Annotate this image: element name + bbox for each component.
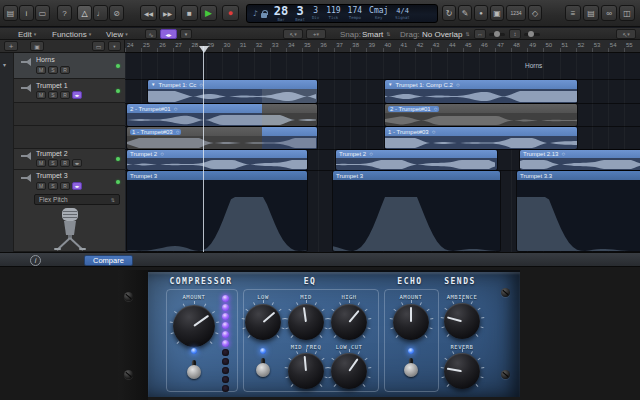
sends-ambience-knob[interactable] bbox=[444, 303, 480, 339]
eq-mid-knob[interactable] bbox=[288, 304, 324, 340]
take-indicator-icon[interactable]: ○ bbox=[432, 129, 436, 135]
take-folder-region[interactable]: ▼ Trumpet 1: Comp C.2 ○ bbox=[385, 80, 577, 103]
mute-button[interactable]: M bbox=[36, 159, 46, 167]
eq-high-knob[interactable] bbox=[331, 304, 367, 340]
drag-popup[interactable]: No Overlap⇅ bbox=[422, 29, 470, 39]
audio-region[interactable]: Trumpet 3.3 bbox=[517, 171, 640, 251]
stack-disclosure-arrow[interactable]: ▾ bbox=[3, 61, 6, 68]
record-enable-button[interactable]: R bbox=[60, 182, 70, 190]
inspector-icon[interactable]: i bbox=[19, 5, 34, 21]
pointer-tool-menu[interactable]: ↖▾ bbox=[283, 29, 303, 39]
eq-mid-freq-knob[interactable] bbox=[288, 353, 324, 389]
track-header-horns[interactable]: Horns M S R bbox=[14, 53, 125, 79]
count-in-off-icon[interactable]: ⊘ bbox=[109, 5, 124, 21]
sends-reverb-knob[interactable] bbox=[444, 353, 480, 389]
audio-region[interactable]: Trumpet 2 ○ bbox=[336, 150, 497, 170]
take-indicator-icon[interactable]: ○ bbox=[456, 82, 460, 88]
take-lane-header-1[interactable] bbox=[14, 103, 125, 126]
take-region[interactable]: 1 - Trumpet#03 ○ bbox=[385, 127, 577, 149]
solo-button[interactable]: S bbox=[48, 159, 58, 167]
playhead-handle[interactable] bbox=[199, 46, 209, 53]
rewind-button[interactable]: ◀◀ bbox=[140, 5, 157, 21]
take-region[interactable]: 2 - Trumpet#01 ○ bbox=[385, 104, 577, 126]
flex-button[interactable]: ◂▸ bbox=[72, 182, 82, 190]
tuner-icon[interactable]: ♩ bbox=[93, 5, 108, 21]
lcd-display[interactable]: ♪ 28Bar 3Beat 3Div 119Tick 174Tempo Cmaj… bbox=[246, 4, 438, 23]
add-track-button[interactable]: + bbox=[4, 41, 18, 51]
track-header-trumpet1[interactable]: Trumpet 1 M S R ◂▸ bbox=[14, 79, 125, 103]
solo-icon[interactable]: ▣ bbox=[490, 5, 504, 21]
duplicate-track-button[interactable]: ▣ bbox=[30, 41, 44, 51]
echo-switch[interactable] bbox=[403, 357, 419, 379]
note-pads-icon[interactable]: ▤ bbox=[583, 5, 599, 21]
command-tool-menu[interactable]: +▾ bbox=[306, 29, 326, 39]
take-indicator-icon[interactable]: ○ bbox=[174, 106, 178, 112]
flex-icon[interactable]: ◂▸ bbox=[160, 29, 177, 39]
vzoom-icon[interactable]: ↕ bbox=[509, 29, 521, 39]
echo-amount-knob[interactable] bbox=[393, 304, 429, 340]
left-click-tool[interactable]: ↖▾ bbox=[616, 29, 636, 39]
library-icon[interactable]: ▤ bbox=[3, 5, 18, 21]
zoom-preset-1-button[interactable]: ▭ bbox=[92, 41, 105, 51]
metronome-icon[interactable]: △ bbox=[77, 5, 92, 21]
audio-region[interactable]: Trumpet 3 bbox=[127, 171, 307, 251]
eq-low-knob[interactable] bbox=[245, 304, 281, 340]
solo-button[interactable]: S bbox=[48, 66, 58, 74]
record-enable-button[interactable]: R bbox=[60, 66, 70, 74]
folder-disclosure-icon[interactable]: ▼ bbox=[388, 82, 392, 87]
eq-switch[interactable] bbox=[255, 357, 271, 379]
compressor-amount-knob[interactable] bbox=[173, 305, 215, 347]
record-enable-button[interactable]: R bbox=[60, 91, 70, 99]
track-header-trumpet2[interactable]: Trumpet 2 M S R ◂▸ bbox=[14, 149, 125, 170]
menu-view[interactable]: View▾ bbox=[106, 29, 128, 39]
play-button[interactable]: ▶ bbox=[200, 5, 217, 21]
flex-button[interactable]: ◂▸ bbox=[72, 159, 82, 167]
track-header-trumpet3[interactable]: Trumpet 3 M S R ◂▸ Flex Pitch ⇅ bbox=[14, 170, 125, 252]
audio-region[interactable]: Trumpet 2.13 ○ bbox=[520, 150, 640, 170]
replace-icon[interactable]: ● bbox=[474, 5, 488, 21]
take-indicator-icon[interactable]: ○ bbox=[434, 106, 438, 112]
list-editors-icon[interactable]: ≡ bbox=[565, 5, 581, 21]
take-indicator-icon[interactable]: ○ bbox=[160, 151, 164, 157]
count-in-button[interactable]: 1234 bbox=[506, 5, 526, 21]
flex-mode-dropdown[interactable]: Flex Pitch ⇅ bbox=[34, 194, 120, 205]
quick-help-icon[interactable]: ? bbox=[57, 5, 72, 21]
take-indicator-icon[interactable]: ○ bbox=[176, 129, 180, 135]
mute-button[interactable]: M bbox=[36, 91, 46, 99]
take-lane-header-2[interactable] bbox=[14, 126, 125, 149]
automation-icon[interactable]: ∿ bbox=[145, 29, 157, 39]
flex-button[interactable]: ◂▸ bbox=[72, 91, 82, 99]
stop-button[interactable]: ■ bbox=[181, 5, 198, 21]
solo-button[interactable]: S bbox=[48, 91, 58, 99]
take-indicator-icon[interactable]: ○ bbox=[369, 151, 373, 157]
menu-functions[interactable]: Functions▾ bbox=[52, 29, 91, 39]
playhead[interactable] bbox=[203, 46, 204, 252]
take-region[interactable]: 2 - Trumpet#01 ○ bbox=[127, 104, 317, 126]
audio-region[interactable]: Trumpet 2 ○ bbox=[127, 150, 307, 170]
hzoom-slider[interactable] bbox=[489, 33, 505, 36]
forward-button[interactable]: ▶▶ bbox=[159, 5, 176, 21]
cycle-icon[interactable]: ↻ bbox=[442, 5, 456, 21]
record-enable-button[interactable]: R bbox=[60, 159, 70, 167]
mute-button[interactable]: M bbox=[36, 182, 46, 190]
menu-edit[interactable]: Edit▾ bbox=[18, 29, 36, 39]
toolbar-icon[interactable]: ▭ bbox=[35, 5, 50, 21]
master-lock-icon[interactable]: ◇ bbox=[528, 5, 542, 21]
compressor-switch[interactable] bbox=[186, 359, 202, 381]
zoom-preset-2-button[interactable]: ▾ bbox=[108, 41, 121, 51]
info-icon[interactable]: i bbox=[30, 255, 41, 266]
vzoom-slider[interactable] bbox=[524, 33, 540, 36]
browsers-icon[interactable]: ◫ bbox=[619, 5, 635, 21]
audio-region[interactable]: Trumpet 3 bbox=[333, 171, 500, 251]
eq-low-cut-knob[interactable] bbox=[331, 353, 367, 389]
autopunch-icon[interactable]: ✎ bbox=[458, 5, 472, 21]
folder-disclosure-icon[interactable]: ▼ bbox=[151, 82, 155, 87]
region-filter-icon[interactable]: ▼ bbox=[180, 29, 192, 39]
record-button[interactable]: ● bbox=[222, 5, 239, 21]
take-region[interactable]: 1 - Trumpet#03 ○ bbox=[127, 127, 317, 149]
take-indicator-icon[interactable]: ○ bbox=[561, 151, 565, 157]
snap-popup[interactable]: Smart⇅ bbox=[362, 29, 391, 39]
take-folder-region[interactable]: ▼ Trumpet 1: Cc ○ bbox=[148, 80, 317, 103]
solo-button[interactable]: S bbox=[48, 182, 58, 190]
mute-button[interactable]: M bbox=[36, 66, 46, 74]
